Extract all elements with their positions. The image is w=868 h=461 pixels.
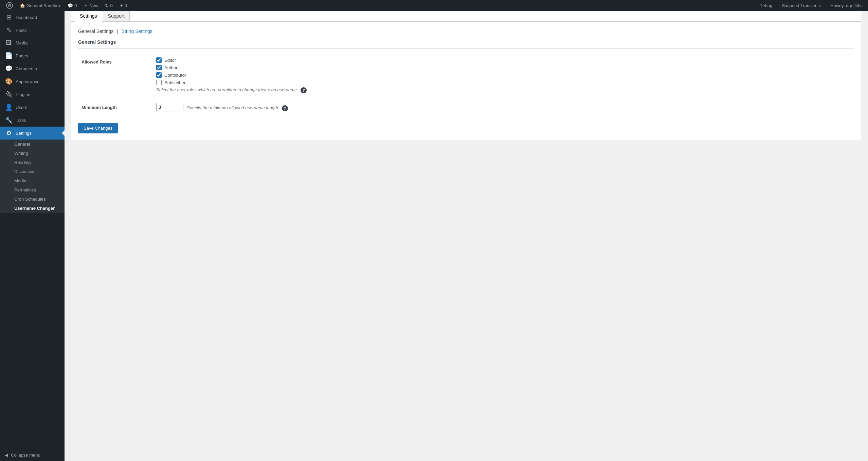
site-name[interactable]: 🏠 General Sandbox: [17, 0, 64, 11]
subscriber-checkbox[interactable]: [156, 80, 162, 85]
allowed-roles-label: Allowed Roles: [78, 53, 153, 98]
allowed-roles-row: Allowed Roles Editor Author: [78, 53, 854, 98]
plus-icon: ＋: [84, 2, 88, 8]
breadcrumb-separator: |: [117, 29, 118, 34]
posts-icon: ✎: [5, 26, 13, 34]
sidebar-item-comments[interactable]: 💬 Comments: [0, 62, 65, 75]
sidebar-item-appearance[interactable]: 🎨 Appearance: [0, 75, 65, 88]
pages-icon: 📄: [5, 52, 13, 59]
editor-checkbox-row: Editor: [156, 57, 851, 63]
sidebar: ⊞ Dashboard ✎ Posts 🖼 Media 📄 Pages 💬 Co…: [0, 11, 65, 147]
main-content: Settings Support General Settings | Stri…: [65, 0, 868, 147]
allowed-roles-help: Select the user roles which are permitte…: [156, 87, 851, 93]
author-label: Author: [164, 65, 177, 70]
tab-support[interactable]: Support: [103, 10, 130, 21]
tab-settings[interactable]: Settings: [75, 10, 102, 22]
sidebar-item-posts[interactable]: ✎ Posts: [0, 24, 65, 37]
dashboard-icon: ⊞: [5, 14, 13, 21]
plugins-icon: 🔌: [5, 91, 13, 98]
sidebar-item-settings[interactable]: ⚙ Settings: [0, 127, 65, 140]
number-input-wrap: Specify the minimum allowed username len…: [156, 103, 851, 111]
suspend-transients-link[interactable]: Suspend Transients: [780, 3, 823, 8]
editor-checkbox[interactable]: [156, 57, 162, 63]
users-icon: 👤: [5, 104, 13, 111]
author-checkbox-row: Author: [156, 65, 851, 70]
submenu-item-general[interactable]: General: [0, 140, 65, 147]
sidebar-item-dashboard[interactable]: ⊞ Dashboard: [0, 11, 65, 24]
section-title: General Settings: [78, 39, 854, 49]
general-settings-link-text: General Settings: [78, 29, 113, 34]
user-menu[interactable]: Howdy, dgriffiths: [828, 3, 865, 8]
sidebar-item-pages[interactable]: 📄 Pages: [0, 49, 65, 62]
minimum-length-input[interactable]: [156, 103, 183, 111]
contributor-checkbox[interactable]: [156, 72, 162, 78]
contributor-checkbox-row: Contributor: [156, 72, 851, 78]
wp-logo[interactable]: W: [3, 0, 16, 11]
updates[interactable]: ↻ 0: [102, 0, 115, 11]
sidebar-item-tools[interactable]: 🔧 Tools: [0, 114, 65, 127]
debug-link[interactable]: Debug: [757, 3, 774, 8]
settings-submenu: General Writing Reading Discussion Media…: [0, 140, 65, 147]
home-icon: 🏠: [20, 3, 25, 8]
minimum-length-help: Specify the minimum allowed username len…: [187, 105, 288, 111]
allowed-roles-field: Editor Author Contributor: [153, 53, 854, 98]
activity[interactable]: ✈ 0: [117, 0, 130, 11]
sidebar-menu: ⊞ Dashboard ✎ Posts 🖼 Media 📄 Pages 💬 Co…: [0, 11, 65, 147]
sidebar-item-plugins[interactable]: 🔌 Plugins: [0, 88, 65, 101]
subscriber-checkbox-row: Subscriber: [156, 80, 851, 85]
author-checkbox[interactable]: [156, 65, 162, 70]
comments-link[interactable]: 💬 0: [65, 0, 79, 11]
string-settings-link[interactable]: String Settings: [122, 29, 152, 34]
breadcrumb: General Settings | String Settings: [78, 29, 854, 34]
sidebar-item-users[interactable]: 👤 Users: [0, 101, 65, 114]
new-content[interactable]: ＋ New: [81, 0, 101, 11]
media-icon: 🖼: [5, 39, 13, 47]
admin-bar: W 🏠 General Sandbox 💬 0 ＋ New ↻ 0 ✈ 0 De…: [0, 0, 868, 11]
appearance-icon: 🎨: [5, 78, 13, 85]
save-changes-button[interactable]: Save Changes: [78, 123, 118, 133]
activity-icon: ✈: [120, 3, 123, 8]
settings-form-table: Allowed Roles Editor Author: [78, 53, 854, 116]
sidebar-item-media[interactable]: 🖼 Media: [0, 37, 65, 49]
content-wrap: Settings Support General Settings | Stri…: [71, 7, 861, 140]
minimum-length-help-icon[interactable]: ?: [282, 105, 288, 111]
settings-icon: ⚙: [5, 129, 13, 137]
comments-icon: 💬: [68, 3, 73, 8]
minimum-length-row: Minimum Length Specify the minimum allow…: [78, 98, 854, 116]
contributor-label: Contributor: [164, 73, 186, 78]
editor-label: Editor: [164, 58, 176, 63]
updates-icon: ↻: [105, 3, 109, 8]
allowed-roles-help-icon[interactable]: ?: [301, 87, 307, 93]
settings-content: General Settings | String Settings Gener…: [71, 22, 861, 140]
minimum-length-label: Minimum Length: [78, 98, 153, 116]
tools-icon: 🔧: [5, 116, 13, 124]
subscriber-label: Subscriber: [164, 80, 185, 85]
svg-text:W: W: [8, 4, 11, 7]
current-indicator: [62, 130, 65, 136]
save-section: Save Changes: [78, 123, 854, 133]
minimum-length-field: Specify the minimum allowed username len…: [153, 98, 854, 116]
comments-icon: 💬: [5, 65, 13, 72]
